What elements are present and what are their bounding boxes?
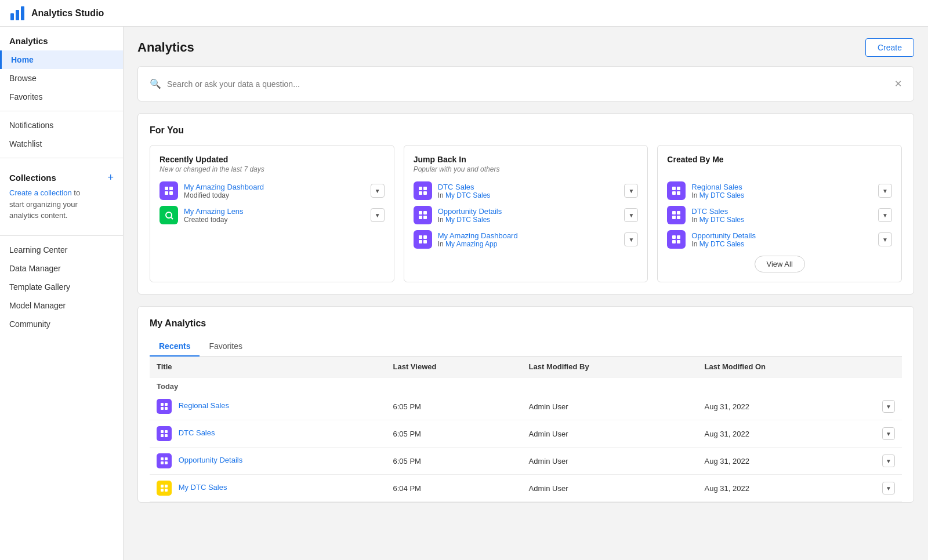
table-cell-last-viewed: 6:04 PM bbox=[386, 475, 522, 502]
svg-rect-32 bbox=[677, 240, 680, 243]
sidebar-item-notifications[interactable]: Notifications bbox=[0, 116, 123, 134]
row-name-link[interactable]: My DTC Sales bbox=[179, 483, 227, 492]
row-name-link[interactable]: DTC Sales bbox=[179, 428, 215, 437]
view-all-button[interactable]: View All bbox=[755, 256, 805, 272]
item-meta-link[interactable]: My DTC Sales bbox=[445, 191, 490, 199]
svg-rect-21 bbox=[672, 187, 676, 190]
item-icon-dashboard bbox=[414, 230, 432, 249]
sidebar-item-favorites[interactable]: Favorites bbox=[0, 88, 123, 106]
svg-rect-43 bbox=[161, 461, 164, 464]
svg-rect-44 bbox=[165, 461, 168, 464]
row-name-link[interactable]: Regional Sales bbox=[179, 401, 229, 410]
list-item: DTC Sales In My DTC Sales ▼ bbox=[414, 181, 639, 200]
item-icon-dashboard bbox=[667, 230, 686, 249]
item-meta-link[interactable]: My DTC Sales bbox=[445, 216, 490, 224]
tab-favorites[interactable]: Favorites bbox=[200, 337, 252, 357]
search-bar: 🔍 ✕ bbox=[137, 66, 914, 101]
item-meta-link[interactable]: My DTC Sales bbox=[699, 216, 744, 224]
item-info: My Amazing Dashboard In My Amazing App bbox=[438, 231, 625, 248]
item-meta-link[interactable]: My DTC Sales bbox=[699, 191, 744, 199]
sidebar-item-template-gallery[interactable]: Template Gallery bbox=[0, 278, 123, 296]
row-dropdown-button[interactable]: ▼ bbox=[882, 482, 895, 494]
item-dropdown-button[interactable]: ▼ bbox=[624, 232, 638, 246]
item-name-link[interactable]: Opportunity Details bbox=[691, 231, 878, 240]
item-info: DTC Sales In My DTC Sales bbox=[438, 183, 625, 199]
sidebar-item-learning-center[interactable]: Learning Center bbox=[0, 241, 123, 259]
topbar: Analytics Studio bbox=[0, 0, 928, 27]
item-name-link[interactable]: My Amazing Dashboard bbox=[438, 231, 625, 240]
svg-rect-15 bbox=[419, 216, 422, 219]
analytics-header: Analytics Create bbox=[137, 38, 914, 57]
create-collection-link[interactable]: Create a collection bbox=[9, 188, 72, 197]
row-name-link[interactable]: Opportunity Details bbox=[179, 456, 243, 464]
table-cell-actions: ▼ bbox=[875, 475, 902, 502]
item-dropdown-button[interactable]: ▼ bbox=[878, 232, 892, 246]
item-info: Opportunity Details In My DTC Sales bbox=[438, 207, 625, 224]
sidebar-item-home[interactable]: Home bbox=[0, 50, 123, 69]
item-info: My Amazing Lens Created today bbox=[184, 207, 371, 224]
col-header-last-modified-by: Last Modified By bbox=[522, 357, 698, 377]
sidebar-item-community[interactable]: Community bbox=[0, 315, 123, 333]
item-dropdown-button[interactable]: ▼ bbox=[624, 184, 638, 198]
analytics-section-title: Analytics bbox=[0, 27, 123, 50]
table-cell-title: DTC Sales bbox=[150, 420, 386, 448]
item-dropdown-button[interactable]: ▼ bbox=[371, 184, 385, 198]
sidebar-item-data-manager[interactable]: Data Manager bbox=[0, 259, 123, 278]
search-icon: 🔍 bbox=[150, 78, 161, 89]
item-name-link[interactable]: My Amazing Lens bbox=[184, 207, 371, 216]
item-dropdown-button[interactable]: ▼ bbox=[624, 208, 638, 222]
collections-title: Collections bbox=[9, 173, 56, 183]
row-dropdown-button[interactable]: ▼ bbox=[882, 454, 895, 467]
svg-rect-2 bbox=[21, 6, 24, 20]
sidebar-item-model-manager[interactable]: Model Manager bbox=[0, 296, 123, 315]
sidebar-item-browse[interactable]: Browse bbox=[0, 69, 123, 88]
svg-rect-11 bbox=[419, 191, 422, 195]
col-header-last-viewed: Last Viewed bbox=[386, 357, 522, 377]
row-dropdown-button[interactable]: ▼ bbox=[882, 427, 895, 440]
tab-recents[interactable]: Recents bbox=[150, 337, 200, 357]
item-name-link[interactable]: My Amazing Dashboard bbox=[184, 183, 371, 191]
item-dropdown-button[interactable]: ▼ bbox=[371, 208, 385, 222]
page-title: Analytics bbox=[137, 40, 194, 55]
item-meta-link[interactable]: My Amazing App bbox=[445, 240, 497, 248]
item-name-link[interactable]: DTC Sales bbox=[691, 207, 878, 216]
analytics-table: Title Last Viewed Last Modified By Last … bbox=[150, 357, 902, 502]
recently-updated-title: Recently Updated bbox=[160, 155, 385, 164]
list-item: My Amazing Dashboard Modified today ▼ bbox=[160, 181, 385, 200]
table-header-row: Title Last Viewed Last Modified By Last … bbox=[150, 357, 902, 377]
collections-add-button[interactable]: + bbox=[107, 172, 114, 183]
item-meta: In My DTC Sales bbox=[691, 216, 878, 224]
svg-rect-16 bbox=[423, 216, 427, 219]
item-meta: In My Amazing App bbox=[438, 240, 625, 248]
svg-rect-0 bbox=[10, 13, 14, 20]
item-icon-dashboard bbox=[667, 206, 686, 224]
item-dropdown-button[interactable]: ▼ bbox=[878, 184, 892, 198]
for-you-grid: Recently Updated New or changed in the l… bbox=[150, 145, 902, 282]
item-name-link[interactable]: Opportunity Details bbox=[438, 207, 625, 216]
svg-rect-31 bbox=[672, 240, 676, 243]
search-input[interactable] bbox=[167, 79, 894, 89]
app-logo-icon bbox=[9, 5, 26, 21]
svg-rect-36 bbox=[165, 407, 168, 410]
item-meta-link[interactable]: My DTC Sales bbox=[699, 240, 744, 248]
svg-rect-37 bbox=[161, 430, 164, 433]
table-cell-last-modified-by: Admin User bbox=[522, 475, 698, 502]
svg-rect-42 bbox=[165, 457, 168, 460]
created-by-me-subtitle bbox=[667, 165, 892, 173]
create-button[interactable]: Create bbox=[865, 38, 914, 57]
table-cell-last-viewed: 6:05 PM bbox=[386, 448, 522, 475]
jump-back-in-panel: Jump Back In Popular with you and others… bbox=[404, 145, 648, 282]
item-icon-dashboard bbox=[160, 181, 178, 200]
item-meta: Created today bbox=[184, 216, 371, 224]
sidebar-item-watchlist[interactable]: Watchlist bbox=[0, 134, 123, 153]
table-cell-last-modified-by: Admin User bbox=[522, 393, 698, 420]
item-name-link[interactable]: DTC Sales bbox=[438, 183, 625, 191]
item-meta: In My DTC Sales bbox=[438, 191, 625, 199]
table-cell-actions: ▼ bbox=[875, 393, 902, 420]
col-header-title: Title bbox=[150, 357, 386, 377]
item-name-link[interactable]: Regional Sales bbox=[691, 183, 878, 191]
search-clear-icon[interactable]: ✕ bbox=[894, 78, 902, 89]
row-dropdown-button[interactable]: ▼ bbox=[882, 400, 895, 413]
my-analytics-section: My Analytics Recents Favorites Title Las… bbox=[137, 306, 914, 503]
item-dropdown-button[interactable]: ▼ bbox=[878, 208, 892, 222]
